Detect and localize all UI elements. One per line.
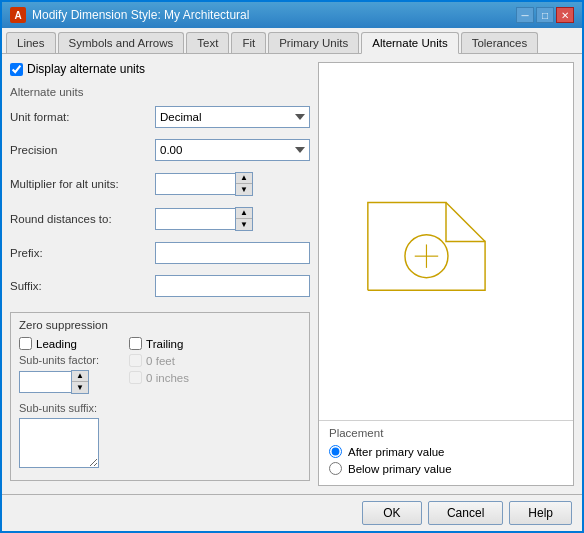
zero-inches-label: 0 inches [146, 372, 189, 384]
tab-symbols[interactable]: Symbols and Arrows [58, 32, 185, 53]
unit-format-select[interactable]: Decimal [155, 106, 310, 128]
preview-svg: 1" [25.400] 1½" [38.100] 1 [25.400] 6⅝" … [319, 63, 573, 420]
tabs-bar: Lines Symbols and Arrows Text Fit Primar… [2, 28, 582, 54]
zero-suppression-title: Zero suppression [19, 319, 301, 331]
below-primary-label[interactable]: Below primary value [348, 463, 452, 475]
cancel-button[interactable]: Cancel [428, 501, 503, 525]
ok-button[interactable]: OK [362, 501, 422, 525]
alternate-units-section-label: Alternate units [10, 86, 310, 98]
sub-units-suffix-col: Sub-units suffix: [19, 402, 99, 468]
multiplier-down-button[interactable]: ▼ [236, 184, 252, 195]
sub-units-factor-input[interactable]: 8'-4" [19, 371, 71, 393]
trailing-checkbox-row: Trailing [129, 337, 189, 350]
suffix-label: Suffix: [10, 280, 155, 292]
suffix-input[interactable] [155, 275, 310, 297]
footer: OK Cancel Help [2, 494, 582, 531]
unit-format-label: Unit format: [10, 111, 155, 123]
round-distances-input[interactable]: 0" [155, 208, 235, 230]
below-primary-radio[interactable] [329, 462, 342, 475]
app-icon: A [10, 7, 26, 23]
zero-inches-checkbox-row: 0 inches [129, 371, 189, 384]
zero-col-right: Trailing 0 feet 0 inches [129, 337, 189, 468]
below-primary-row: Below primary value [329, 462, 563, 475]
sub-units-suffix-label: Sub-units suffix: [19, 402, 99, 414]
zero-inches-checkbox[interactable] [129, 371, 142, 384]
leading-checkbox[interactable] [19, 337, 32, 350]
title-bar: A Modify Dimension Style: My Architectur… [2, 2, 582, 28]
minimize-button[interactable]: ─ [516, 7, 534, 23]
window-title: Modify Dimension Style: My Architectural [32, 8, 249, 22]
after-primary-label[interactable]: After primary value [348, 446, 445, 458]
main-window: A Modify Dimension Style: My Architectur… [0, 0, 584, 533]
svg-text:1½" [38.100]: 1½" [38.100] [338, 229, 347, 273]
svg-text:6⅝" [168.275]: 6⅝" [168.275] [405, 306, 447, 314]
zero-feet-checkbox[interactable] [129, 354, 142, 367]
sub-units-factor-spinner-buttons: ▲ ▼ [71, 370, 89, 394]
prefix-input[interactable] [155, 242, 310, 264]
left-panel: Display alternate units Alternate units … [10, 62, 310, 486]
suffix-group: Suffix: [10, 275, 310, 297]
sub-units-factor-col: Sub-units factor: 8'-4" ▲ ▼ [19, 354, 99, 394]
sub-units-factor-up-button[interactable]: ▲ [72, 371, 88, 382]
round-distances-spinner: 0" ▲ ▼ [155, 207, 253, 231]
tab-tolerances[interactable]: Tolerances [461, 32, 539, 53]
tab-fit[interactable]: Fit [231, 32, 266, 53]
sub-units-suffix-input[interactable] [19, 418, 99, 468]
zero-suppression-box: Zero suppression Leading Sub-units facto… [10, 312, 310, 481]
round-distances-spinner-buttons: ▲ ▼ [235, 207, 253, 231]
trailing-checkbox[interactable] [129, 337, 142, 350]
multiplier-input[interactable]: 25.4000 [155, 173, 235, 195]
right-panel: 1" [25.400] 1½" [38.100] 1 [25.400] 6⅝" … [318, 62, 574, 486]
after-primary-row: After primary value [329, 445, 563, 458]
preview-area: 1" [25.400] 1½" [38.100] 1 [25.400] 6⅝" … [319, 63, 573, 420]
close-button[interactable]: ✕ [556, 7, 574, 23]
multiplier-spinner: 25.4000 ▲ ▼ [155, 172, 253, 196]
sub-units-factor-spinner: 8'-4" ▲ ▼ [19, 370, 99, 394]
trailing-label[interactable]: Trailing [146, 338, 183, 350]
display-alternate-label[interactable]: Display alternate units [27, 62, 145, 76]
content-area: Display alternate units Alternate units … [2, 54, 582, 494]
prefix-group: Prefix: [10, 242, 310, 264]
help-button[interactable]: Help [509, 501, 572, 525]
window-controls: ─ □ ✕ [516, 7, 574, 23]
round-distances-group: Round distances to: 0" ▲ ▼ [10, 207, 310, 231]
maximize-button[interactable]: □ [536, 7, 554, 23]
multiplier-group: Multiplier for alt units: 25.4000 ▲ ▼ [10, 172, 310, 196]
sub-units-factor-down-button[interactable]: ▼ [72, 382, 88, 393]
zero-col-left: Leading Sub-units factor: 8'-4" ▲ ▼ [19, 337, 99, 468]
round-distances-up-button[interactable]: ▲ [236, 208, 252, 219]
svg-text:1" [25.400]: 1" [25.400] [388, 173, 425, 182]
round-distances-label: Round distances to: [10, 213, 155, 225]
precision-label: Precision [10, 144, 155, 156]
after-primary-radio[interactable] [329, 445, 342, 458]
zero-checkboxes-row: Leading Sub-units factor: 8'-4" ▲ ▼ [19, 337, 301, 468]
zero-feet-label: 0 feet [146, 355, 175, 367]
tab-primary-units[interactable]: Primary Units [268, 32, 359, 53]
leading-checkbox-row: Leading [19, 337, 99, 350]
tab-alternate-units[interactable]: Alternate Units [361, 32, 458, 54]
unit-format-group: Unit format: Decimal [10, 106, 310, 128]
precision-select[interactable]: 0.00 [155, 139, 310, 161]
round-distances-down-button[interactable]: ▼ [236, 219, 252, 230]
leading-label[interactable]: Leading [36, 338, 77, 350]
placement-title: Placement [329, 427, 563, 439]
prefix-label: Prefix: [10, 247, 155, 259]
display-alternate-checkbox-row: Display alternate units [10, 62, 310, 76]
sub-units-factor-label: Sub-units factor: [19, 354, 99, 366]
multiplier-spinner-buttons: ▲ ▼ [235, 172, 253, 196]
placement-section: Placement After primary value Below prim… [319, 420, 573, 485]
tab-lines[interactable]: Lines [6, 32, 56, 53]
display-alternate-checkbox[interactable] [10, 63, 23, 76]
tab-text[interactable]: Text [186, 32, 229, 53]
multiplier-up-button[interactable]: ▲ [236, 173, 252, 184]
title-bar-left: A Modify Dimension Style: My Architectur… [10, 7, 249, 23]
precision-group: Precision 0.00 [10, 139, 310, 161]
zero-feet-checkbox-row: 0 feet [129, 354, 189, 367]
multiplier-label: Multiplier for alt units: [10, 178, 155, 190]
